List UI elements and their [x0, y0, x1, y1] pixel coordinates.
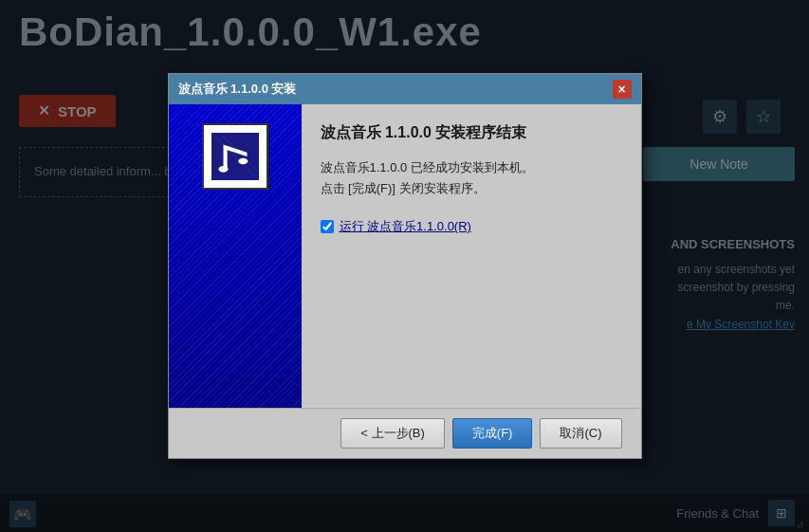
- installer-modal: 波点音乐 1.1.0.0 安装 ×: [168, 73, 642, 459]
- modal-overlay: 波点音乐 1.1.0.0 安装 ×: [0, 0, 809, 532]
- installer-logo-icon: [211, 133, 259, 180]
- svg-point-2: [218, 166, 228, 173]
- back-button[interactable]: < 上一步(B): [340, 418, 445, 449]
- modal-line2: 点击 [完成(F)] 关闭安装程序。: [321, 178, 622, 199]
- modal-right-content: 波点音乐 1.1.0.0 安装程序结束 波点音乐1.1.0.0 已经成功安装到本…: [302, 104, 641, 408]
- modal-close-button[interactable]: ×: [613, 80, 632, 99]
- modal-title-bar: 波点音乐 1.1.0.0 安装 ×: [169, 74, 641, 104]
- modal-line1: 波点音乐1.1.0.0 已经成功安装到本机。: [321, 157, 622, 178]
- modal-title: 波点音乐 1.1.0.0 安装: [178, 81, 297, 98]
- run-app-label[interactable]: 运行 波点音乐1.1.0.0(R): [340, 218, 471, 235]
- modal-inner: 波点音乐 1.1.0.0 安装程序结束 波点音乐1.1.0.0 已经成功安装到本…: [169, 104, 641, 408]
- run-app-checkbox[interactable]: [321, 220, 334, 233]
- modal-heading: 波点音乐 1.1.0.0 安装程序结束: [321, 123, 622, 143]
- finish-button[interactable]: 完成(F): [452, 418, 533, 449]
- sidebar-logo: [202, 123, 268, 190]
- cancel-button[interactable]: 取消(C): [540, 418, 621, 449]
- modal-sidebar: [169, 104, 302, 408]
- modal-footer: < 上一步(B) 完成(F) 取消(C): [169, 408, 641, 458]
- modal-checkbox-row: 运行 波点音乐1.1.0.0(R): [321, 218, 622, 235]
- modal-body-text: 波点音乐1.1.0.0 已经成功安装到本机。 点击 [完成(F)] 关闭安装程序…: [321, 157, 622, 199]
